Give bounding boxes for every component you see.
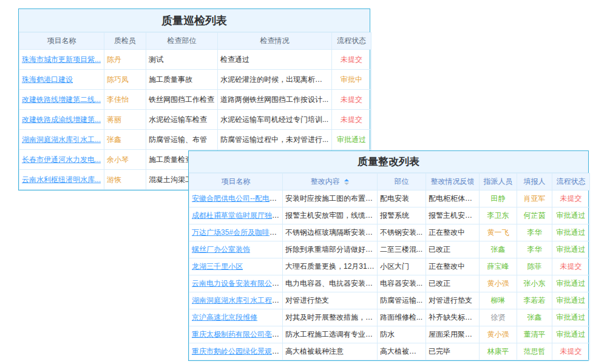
project-name-link[interactable]: 改建铁路成渝线增建第...	[22, 115, 101, 124]
flow-status-badge-cell: 未提交	[332, 110, 371, 130]
rectify-feedback: 已改正	[429, 245, 450, 254]
assignee-name: 李卫东	[487, 211, 509, 220]
project-name-link-cell: 改建铁路线增建第二线...	[19, 90, 104, 110]
header-inspector: 质检员	[104, 33, 146, 50]
rectify-feedback-cell: 配电柜柜体与...	[426, 190, 480, 207]
project-name-link[interactable]: 云南电力设备安装有限公司20...	[192, 279, 283, 288]
reporter-name-cell: 肖亚军	[517, 190, 552, 207]
reporter-name: 董清平	[524, 330, 546, 339]
rectify-part-cell: 小区大门	[378, 258, 426, 275]
header-check-situation: 检查情况	[218, 33, 332, 50]
rectify-feedback: 已完毕	[429, 347, 450, 356]
header-rectify-content-label: 整改内容	[311, 177, 340, 186]
assignee-name: 黄小强	[487, 330, 509, 339]
rectify-part: 电容器安装...	[380, 279, 422, 288]
project-name-link[interactable]: 改建铁路线增建第二线...	[22, 95, 101, 104]
project-name-link[interactable]: 长春市伊通河水力发电...	[22, 155, 101, 164]
reporter-name: 范思哲	[524, 347, 546, 356]
inspector-name: 余小琴	[107, 155, 129, 164]
flow-status-badge: 审批通过	[557, 279, 586, 288]
rectify-feedback-cell: 正在整改中	[426, 224, 480, 241]
project-name-link[interactable]: 重庆市鹅岭公园绿化景观提升...	[192, 347, 283, 356]
header-flow-status: 流程状态	[552, 174, 590, 190]
inspector-name: 张鑫	[107, 135, 121, 144]
rectify-part: 小区大门	[380, 262, 409, 271]
table-row: 珠海市城市更新项目紫...陈丹测试检查通过未提交	[19, 50, 371, 70]
rectify-part: 不锈钢安装...	[380, 228, 422, 237]
check-part: 施工质量检查	[149, 155, 192, 164]
project-name-link[interactable]: 珠海鹤港口建设	[22, 75, 73, 84]
assignee-name: 田静	[491, 194, 506, 203]
assignee-name: 黄小强	[487, 279, 509, 288]
project-name-link[interactable]: 湖南洞庭湖水库引水工程施工1标	[192, 296, 283, 305]
project-name-link[interactable]: 云南水利枢纽潜明水库...	[22, 175, 101, 184]
check-situation: 水泥砼运输车司机经过专门培训...	[220, 115, 328, 124]
flow-status-badge: 未提交	[341, 55, 362, 64]
inspector-name-cell: 李佳怡	[104, 90, 146, 110]
project-name-link[interactable]: 螺丝厂办公室装饰	[192, 245, 250, 254]
rectify-content: 电力电容器、电抗器安装方案...	[285, 279, 378, 288]
flow-status-badge-cell: 审批通过	[552, 224, 590, 241]
rectify-content: 高大植被栽种注意	[285, 347, 344, 356]
rectify-content: 对其及时开展整改措施，桥头...	[285, 313, 378, 322]
flow-status-badge-cell: 未提交	[552, 190, 590, 207]
rectify-part-cell: 配电安装	[378, 190, 426, 207]
rectify-part-cell: 防水	[378, 326, 426, 343]
project-name-link[interactable]: 安徽合肥供电公司--配电设备...	[192, 194, 283, 203]
table-row: 改建铁路成渝线增建第...蒋丽水泥砼运输车检查水泥砼运输车司机经过专门培训...…	[19, 110, 371, 130]
rectify-content-cell: 电力电容器、电抗器安装方案...	[283, 275, 378, 292]
check-situation: 防腐管运输过程中，未对管进行...	[220, 135, 328, 144]
rectify-content: 大理石质量更换，12月31日之...	[285, 262, 378, 271]
inspection-header-row: 项目名称 质检员 检查部位 检查情况 流程状态	[19, 33, 371, 50]
check-part: 水泥砼运输车检查	[149, 115, 207, 124]
sort-icon[interactable]	[344, 179, 349, 185]
header-project-name: 项目名称	[19, 33, 104, 50]
project-name-link-cell: 螺丝厂办公室装饰	[189, 241, 283, 258]
rectify-part: 防水	[380, 330, 395, 339]
project-name-link[interactable]: 京沪高速北京段维修	[192, 313, 257, 322]
check-situation-cell: 检查通过	[218, 50, 332, 70]
project-name-link-cell: 重庆太极制药有限公司亳州中...	[189, 326, 283, 343]
rectify-part-cell: 报警系统	[378, 207, 426, 224]
header-project-name: 项目名称	[189, 174, 283, 190]
header-flow-status: 流程状态	[332, 33, 371, 50]
flow-status-badge: 审批通过	[557, 211, 586, 220]
project-name-link[interactable]: 成都杜甫草堂临时展厅独立展...	[192, 211, 283, 220]
reporter-name-cell: 李若若	[517, 292, 552, 309]
project-name-link[interactable]: 珠海市城市更新项目紫...	[22, 55, 101, 64]
rectify-part: 报警系统	[380, 211, 409, 220]
reporter-name-cell: 张鑫	[517, 309, 552, 326]
rectify-content: 安装时应按施工图的布置，将...	[285, 194, 378, 203]
rectify-feedback: 正在整改中	[429, 262, 465, 271]
rectify-panel: 质量整改列表 项目名称 整改内容 部位 整改情况反馈 指派人员 填报人 流程状态	[188, 150, 589, 361]
flow-status-badge: 未提交	[560, 347, 582, 356]
project-name-link[interactable]: 重庆太极制药有限公司亳州中...	[192, 330, 283, 339]
rectify-part-cell: 防腐管运输...	[378, 292, 426, 309]
reporter-name-cell: 李华	[517, 241, 552, 258]
header-rectify-content[interactable]: 整改内容	[283, 174, 378, 190]
reporter-name: 陈菲	[527, 262, 542, 271]
check-part: 测试	[149, 55, 163, 64]
project-name-link-cell: 湖南洞庭湖水库引水工...	[19, 130, 104, 150]
check-part: 铁丝网围挡工作检查	[149, 95, 214, 104]
flow-status-badge-cell: 未提交	[552, 258, 590, 275]
rectify-part: 配电安装	[380, 194, 409, 203]
assignee-name-cell: 徐贤	[480, 309, 517, 326]
rectify-feedback: 配电柜柜体与...	[429, 194, 478, 203]
rectify-feedback-cell: 已改正	[426, 241, 480, 258]
project-name-link[interactable]: 湖南洞庭湖水库引水工...	[22, 135, 101, 144]
rectify-content-cell: 防水工程施工选调有专业资质...	[283, 326, 378, 343]
check-part-cell: 水泥砼运输车检查	[146, 110, 218, 130]
flow-status-badge: 审批通过	[557, 228, 586, 237]
rectify-feedback-cell: 正在整改中	[426, 258, 480, 275]
project-name-link[interactable]: 龙湖三千里小区	[192, 262, 243, 271]
flow-status-badge-cell: 未提交	[552, 343, 590, 360]
reporter-name: 李华	[527, 245, 542, 254]
table-row: 龙湖三千里小区大理石质量更换，12月31日之...小区大门正在整改中薛宝峰陈菲未…	[189, 258, 590, 275]
project-name-link-cell: 云南水利枢纽潜明水库...	[19, 170, 104, 190]
page: 质量巡检列表 项目名称 质检员 检查部位 检查情况 流程状态 珠海市城市更新项目…	[0, 0, 607, 364]
inspector-name: 李佳怡	[107, 95, 129, 104]
project-name-link[interactable]: 万达广场35#会所及咖啡厅空...	[192, 228, 283, 237]
rectify-content-cell: 报警主机安放牢固，线缆连接...	[283, 207, 378, 224]
check-situation-cell: 水泥砼运输车司机经过专门培训...	[218, 110, 332, 130]
